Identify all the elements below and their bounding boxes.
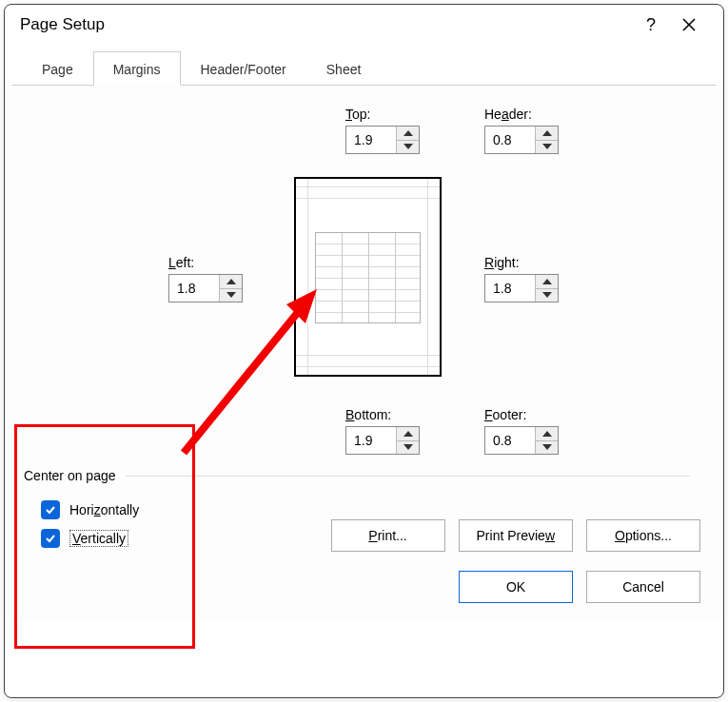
spin-down-icon[interactable] [536,141,558,154]
margin-top-control: Top: [345,107,420,154]
dialog-title: Page Setup [20,15,632,34]
margin-bottom-spinner[interactable] [345,426,420,455]
spin-up-icon[interactable] [536,427,558,441]
svg-marker-4 [542,130,552,136]
tab-sheet[interactable]: Sheet [306,51,382,86]
center-on-page-label: Center on page [24,468,116,483]
margin-left-spinner[interactable] [168,274,243,302]
margin-footer-spinner[interactable] [484,426,559,455]
checkbox-vertically-label: Vertically [69,530,128,547]
cancel-button[interactable]: Cancel [586,571,700,603]
margin-right-spinner[interactable] [484,274,559,302]
margin-right-control: Right: [484,255,559,302]
svg-marker-12 [542,431,552,437]
margin-footer-input[interactable] [485,427,535,454]
margin-footer-label: Footer: [484,407,559,422]
footer-button-row: Print... Print... Print Preview Print Pr… [331,519,700,552]
spin-up-icon[interactable] [397,427,419,441]
help-button[interactable]: ? [632,6,670,44]
ok-button[interactable]: OK [459,571,573,603]
tab-bar: Page Margins Header/Footer Sheet [12,50,716,86]
spin-down-icon[interactable] [397,441,419,455]
spin-up-icon[interactable] [536,127,558,141]
margin-footer-control: Footer: [484,407,559,455]
spin-up-icon[interactable] [220,275,242,289]
svg-marker-13 [542,444,552,450]
page-setup-dialog: Page Setup ? Page Margins Header/Footer … [4,4,724,698]
checkbox-icon [41,529,60,548]
tab-margins[interactable]: Margins [93,51,181,86]
svg-marker-5 [542,144,552,149]
spin-down-icon[interactable] [536,441,558,455]
page-preview [294,177,442,377]
margin-bottom-input[interactable] [346,427,396,454]
dialog-body: Top: Header: Header: Lef [5,86,723,618]
margin-bottom-label: Bottom: [345,407,420,422]
svg-marker-10 [403,431,413,437]
spin-down-icon[interactable] [397,141,419,154]
spin-up-icon[interactable] [397,127,419,141]
margin-left-input[interactable] [169,275,219,302]
svg-marker-6 [226,279,236,284]
margin-header-spinner[interactable] [484,126,559,154]
tab-page[interactable]: Page [22,51,93,86]
svg-marker-8 [542,279,552,284]
print-button[interactable]: Print... [331,519,445,552]
center-on-page-section: Center on page [24,468,690,483]
margin-top-spinner[interactable] [345,126,420,154]
margin-right-label: Right: [484,255,559,270]
margin-left-label: Left: [168,255,243,270]
margin-bottom-control: Bottom: [345,407,420,455]
svg-marker-7 [226,292,236,298]
checkbox-horizontally[interactable]: Horizontally Horizontally [41,500,139,519]
margin-top-input[interactable] [346,127,396,153]
close-button[interactable] [670,6,708,44]
tab-header-footer[interactable]: Header/Footer [181,51,306,86]
options-button[interactable]: Options... [586,519,700,552]
print-preview-button[interactable]: Print Preview [459,519,573,552]
checkbox-vertically[interactable]: Vertically [41,529,128,548]
svg-line-14 [184,301,307,453]
margin-right-input[interactable] [485,275,535,302]
checkbox-icon [41,500,60,519]
dialog-action-row: OK Cancel [459,571,700,603]
svg-marker-3 [403,144,413,149]
svg-marker-2 [403,130,413,136]
title-bar: Page Setup ? [5,5,723,45]
margin-left-control: Left: [168,255,243,302]
margin-header-input[interactable] [485,127,535,153]
margin-header-label: Header: [484,107,559,122]
checkbox-horizontally-label: Horizontally [69,502,139,517]
svg-marker-9 [542,292,552,298]
spin-down-icon[interactable] [536,289,558,302]
margin-top-label: Top: [345,107,420,122]
spin-up-icon[interactable] [536,275,558,289]
preview-grid-icon [315,232,421,323]
margin-header-control: Header: Header: [484,107,559,154]
close-icon [681,17,697,32]
svg-marker-11 [403,444,413,450]
spin-down-icon[interactable] [220,289,242,302]
